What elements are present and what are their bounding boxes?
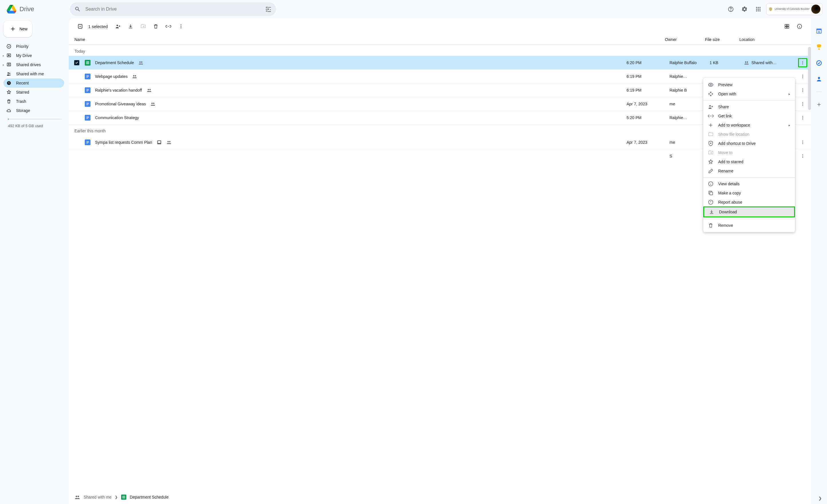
file-name: Communication Strategy xyxy=(95,115,139,120)
sidebar-item-storage[interactable]: Storage xyxy=(3,106,64,115)
breadcrumb-root[interactable]: Shared with me xyxy=(84,495,111,499)
svg-point-45 xyxy=(802,90,803,91)
svg-point-48 xyxy=(151,103,153,104)
sidebar-item-mydrive[interactable]: ▸ My Drive xyxy=(3,51,64,60)
avatar[interactable] xyxy=(811,5,820,14)
sidebar-item-shareddrives[interactable]: ▸ Shared drives xyxy=(3,60,64,69)
row-more-button[interactable] xyxy=(798,58,807,67)
sidebar-item-starred[interactable]: Starred xyxy=(3,88,64,97)
keep-icon[interactable] xyxy=(813,41,825,53)
table-row[interactable]: Communication Strategy 5:20 PM Ralphie… xyxy=(69,111,811,124)
svg-point-44 xyxy=(802,89,803,89)
shared-icon xyxy=(150,101,155,106)
ctx-copy[interactable]: Make a copy xyxy=(703,189,795,198)
row-more-button[interactable] xyxy=(798,151,807,161)
ctx-share[interactable]: Share xyxy=(703,102,795,111)
search-input[interactable] xyxy=(85,7,260,12)
ctx-report[interactable]: Report abuse xyxy=(703,198,795,207)
settings-icon[interactable] xyxy=(739,3,750,15)
help-icon[interactable] xyxy=(725,3,736,15)
deselect-icon[interactable] xyxy=(75,20,86,32)
sidebar-item-sharedwithme[interactable]: Shared with me xyxy=(3,69,64,79)
table-row[interactable]: S xyxy=(69,149,811,163)
col-size[interactable]: File size xyxy=(705,37,739,42)
scrollbar[interactable] xyxy=(808,47,811,110)
new-button[interactable]: New xyxy=(3,20,32,37)
svg-point-2 xyxy=(756,7,757,8)
breadcrumb-current[interactable]: Department Schedule xyxy=(130,495,168,499)
svg-point-39 xyxy=(802,76,803,77)
file-location[interactable]: Shared with… xyxy=(744,60,795,65)
info-icon[interactable] xyxy=(794,20,805,32)
grid-view-icon[interactable] xyxy=(781,20,793,32)
sidebar-item-recent[interactable]: Recent xyxy=(3,79,64,88)
expand-panel-icon[interactable]: ❯ xyxy=(818,496,822,501)
table-row[interactable]: Ralphie's vacation handoff 6:19 PM Ralph… xyxy=(69,83,811,97)
svg-point-1 xyxy=(730,10,731,11)
expand-icon[interactable]: ▸ xyxy=(3,54,4,57)
svg-point-64 xyxy=(802,143,803,144)
row-more-button[interactable] xyxy=(798,99,807,108)
ctx-remove[interactable]: Remove xyxy=(703,221,795,230)
docs-icon xyxy=(85,87,91,93)
file-name: Department Schedule xyxy=(95,60,134,65)
sidebar-item-trash[interactable]: Trash xyxy=(3,97,64,106)
sidebar: New Priority ▸ My Drive ▸ Shared drives … xyxy=(0,18,69,504)
sidebar-item-priority[interactable]: Priority xyxy=(3,42,64,51)
ctx-getlink[interactable]: Get link xyxy=(703,111,795,120)
table-row[interactable]: Department Schedule 6:20 PM Ralphie Buff… xyxy=(69,56,811,69)
search-options-icon[interactable] xyxy=(265,6,272,12)
table-row[interactable]: Sympa list requests Comm Plan Apr 7, 202… xyxy=(69,136,811,149)
col-name[interactable]: Name xyxy=(75,37,665,42)
svg-point-74 xyxy=(78,496,79,497)
calendar-icon[interactable]: 31 xyxy=(813,25,825,37)
ctx-addworkspace[interactable]: Add to workspace▸ xyxy=(703,120,795,130)
main-content: 1 selected Name Owner File size L xyxy=(69,18,811,504)
tasks-icon[interactable] xyxy=(813,57,825,69)
addons-icon[interactable] xyxy=(813,99,825,110)
ctx-shortcut[interactable]: Add shortcut to Drive xyxy=(703,139,795,148)
ctx-openwith[interactable]: Open with▸ xyxy=(703,89,795,99)
share-icon[interactable] xyxy=(112,20,124,32)
svg-point-62 xyxy=(802,141,803,142)
svg-point-67 xyxy=(802,157,803,158)
shared-icon xyxy=(132,74,137,79)
more-icon[interactable] xyxy=(175,20,187,32)
contacts-icon[interactable] xyxy=(813,73,825,85)
account-switcher[interactable]: University of Colorado Boulder xyxy=(766,3,822,15)
row-more-button[interactable] xyxy=(798,113,807,122)
col-owner[interactable]: Owner xyxy=(665,37,705,42)
file-name: Ralphie's vacation handoff xyxy=(95,88,142,93)
table-row[interactable]: Webpage updates 6:19 PM Ralphie… xyxy=(69,69,811,83)
download-icon[interactable] xyxy=(125,20,136,32)
apps-icon[interactable] xyxy=(752,3,764,15)
ctx-rename[interactable]: Rename xyxy=(703,166,795,175)
ctx-details[interactable]: View details xyxy=(703,179,795,189)
search-bar[interactable] xyxy=(70,2,276,16)
shareddrives-icon xyxy=(6,62,11,67)
ctx-download[interactable]: Download xyxy=(704,207,794,216)
row-more-button[interactable] xyxy=(798,86,807,95)
checkbox-icon[interactable] xyxy=(74,60,79,65)
svg-point-68 xyxy=(710,84,712,86)
row-more-button[interactable] xyxy=(798,72,807,81)
delete-icon[interactable] xyxy=(150,20,161,32)
shared-icon xyxy=(138,60,143,65)
link-icon[interactable] xyxy=(163,20,174,32)
logo-area[interactable]: Drive xyxy=(5,3,67,15)
table-row[interactable]: Promotional Giveaway ideas Apr 7, 2023 m… xyxy=(69,97,811,111)
drive-logo-icon xyxy=(6,3,17,15)
row-more-button[interactable] xyxy=(798,138,807,147)
svg-rect-71 xyxy=(710,192,713,195)
new-button-label: New xyxy=(19,27,28,31)
svg-point-50 xyxy=(802,102,803,103)
svg-rect-77 xyxy=(817,29,822,30)
col-location[interactable]: Location xyxy=(739,37,791,42)
expand-icon[interactable]: ▸ xyxy=(3,63,4,66)
ctx-preview[interactable]: Preview xyxy=(703,80,795,89)
svg-point-7 xyxy=(760,9,761,10)
svg-point-54 xyxy=(802,116,803,117)
svg-point-3 xyxy=(758,7,759,8)
ctx-star[interactable]: Add to starred xyxy=(703,157,795,166)
file-date: 6:20 PM xyxy=(627,60,670,65)
